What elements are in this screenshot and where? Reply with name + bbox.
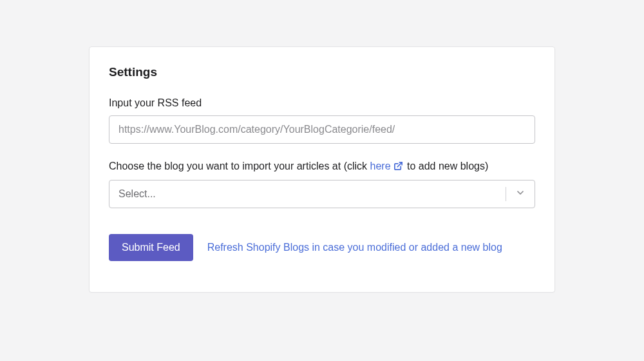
blog-select-placeholder: Select... bbox=[118, 188, 506, 200]
external-link-icon bbox=[393, 161, 403, 173]
page-title: Settings bbox=[109, 65, 535, 79]
svg-line-0 bbox=[397, 162, 402, 167]
rss-feed-input[interactable] bbox=[109, 115, 535, 144]
select-divider bbox=[506, 187, 506, 201]
choose-blog-prefix: Choose the blog you want to import your … bbox=[109, 161, 370, 171]
blog-select[interactable]: Select... bbox=[109, 180, 535, 208]
choose-blog-label: Choose the blog you want to import your … bbox=[109, 161, 535, 173]
chevron-down-icon bbox=[515, 188, 526, 200]
submit-feed-button[interactable]: Submit Feed bbox=[109, 234, 193, 261]
rss-feed-label: Input your RSS feed bbox=[109, 97, 535, 109]
add-blogs-link[interactable]: here bbox=[370, 161, 404, 171]
refresh-blogs-link[interactable]: Refresh Shopify Blogs in case you modifi… bbox=[207, 242, 502, 253]
choose-blog-suffix: to add new blogs) bbox=[404, 161, 489, 171]
actions-row: Submit Feed Refresh Shopify Blogs in cas… bbox=[109, 234, 535, 261]
settings-card: Settings Input your RSS feed Choose the … bbox=[89, 46, 555, 293]
